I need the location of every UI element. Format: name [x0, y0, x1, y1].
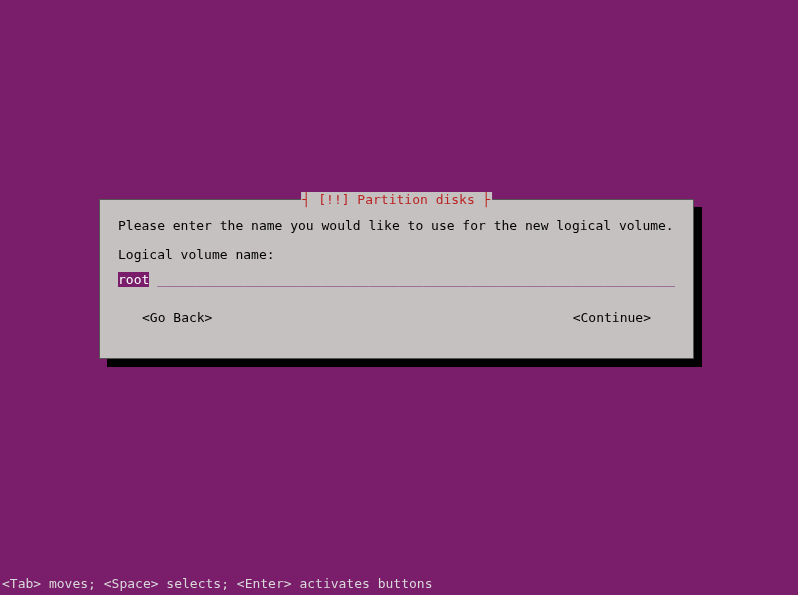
title-decor-right: ├ [475, 192, 491, 207]
go-back-button[interactable]: <Go Back> [142, 310, 212, 325]
logical-volume-name-input[interactable]: root____________________________________… [118, 272, 675, 288]
title-text: Partition disks [357, 192, 474, 207]
input-underline: ________________________________________… [157, 272, 675, 287]
button-row: <Go Back> <Continue> [118, 310, 675, 325]
dialog-title: ┤ [!!] Partition disks ├ [301, 192, 493, 207]
field-label: Logical volume name: [118, 247, 675, 262]
input-value: root [118, 272, 149, 287]
continue-button[interactable]: <Continue> [573, 310, 651, 325]
text-cursor [149, 272, 157, 287]
title-decor-left: ┤ [303, 192, 319, 207]
dialog-content: Please enter the name you would like to … [100, 200, 693, 325]
footer-help-text: <Tab> moves; <Space> selects; <Enter> ac… [2, 576, 432, 591]
prompt-text: Please enter the name you would like to … [118, 218, 675, 233]
partition-dialog: ┤ [!!] Partition disks ├ Please enter th… [99, 199, 694, 359]
title-alert-prefix: [!!] [318, 192, 357, 207]
